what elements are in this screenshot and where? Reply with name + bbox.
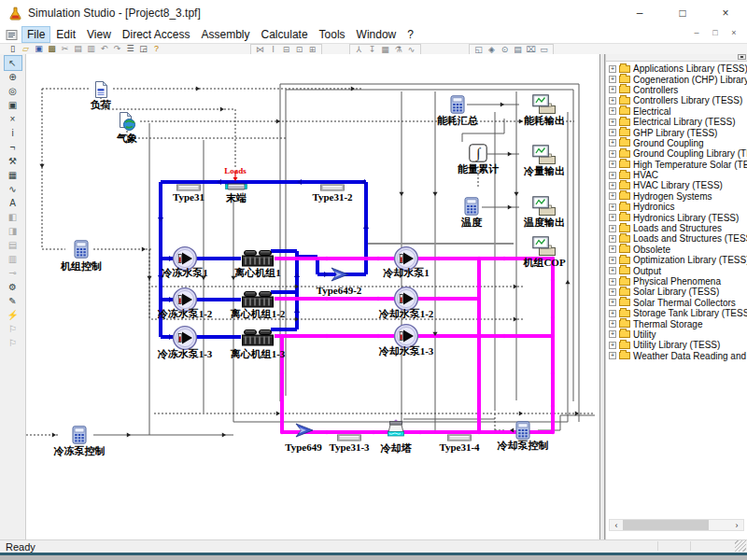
tree-item-26[interactable]: +Utility Library (TESS): [609, 340, 747, 350]
window-right-tool[interactable]: ◨: [5, 224, 21, 238]
expand-icon[interactable]: +: [609, 192, 616, 200]
tree-item-8[interactable]: +Ground Coupling Library (TESS): [609, 148, 747, 159]
expand-icon[interactable]: +: [609, 86, 616, 93]
expand-icon[interactable]: +: [609, 310, 616, 317]
settings-tool[interactable]: ⚙: [5, 280, 21, 294]
tree-item-6[interactable]: +GHP Library (TESS): [609, 127, 747, 137]
tree-item-16[interactable]: +Loads and Structures (TESS): [609, 233, 747, 244]
scrollbar-thumb[interactable]: [623, 520, 709, 530]
expand-icon[interactable]: +: [609, 119, 616, 126]
tree-item-23[interactable]: +Storage Tank Library (TESS): [609, 308, 747, 318]
print-preview-icon[interactable]: ◲: [137, 44, 149, 54]
tree-item-3[interactable]: +Controllers Library (TESS): [609, 95, 747, 105]
paste-icon[interactable]: ▥: [85, 44, 97, 54]
tree-item-7[interactable]: +Ground Coupling: [609, 138, 747, 148]
layer2-tool[interactable]: ▥: [5, 252, 21, 266]
redo-icon[interactable]: ↷: [111, 44, 123, 54]
expand-icon[interactable]: +: [609, 139, 616, 147]
pan-tool[interactable]: ⊕: [5, 70, 21, 84]
expand-icon[interactable]: +: [609, 182, 616, 189]
new-icon[interactable]: ▯: [7, 44, 19, 54]
plug-tool[interactable]: ⊸: [5, 266, 21, 280]
menu-item-window[interactable]: Window: [352, 27, 402, 42]
print-icon[interactable]: ☰: [124, 44, 136, 54]
expand-icon[interactable]: +: [609, 320, 616, 328]
zoom-tool[interactable]: ◎: [5, 84, 21, 98]
copy-icon[interactable]: ▤: [72, 44, 84, 54]
cut-icon[interactable]: ✂: [59, 44, 71, 54]
snapshot-tool[interactable]: ▣: [5, 98, 21, 112]
tree-item-9[interactable]: +High Temperature Solar (TESS): [609, 160, 747, 170]
expand-icon[interactable]: +: [609, 278, 616, 286]
tree-item-4[interactable]: +Electrical: [609, 106, 747, 117]
resize-grip[interactable]: [735, 540, 746, 552]
close-button[interactable]: ×: [704, 0, 747, 26]
menu-item-help[interactable]: ?: [402, 27, 418, 42]
tree-item-15[interactable]: +Loads and Structures: [609, 223, 747, 233]
tree-item-5[interactable]: +Electrical Library (TESS): [609, 117, 747, 127]
expand-icon[interactable]: +: [609, 225, 616, 232]
menu-item-direct-access[interactable]: Direct Access: [118, 27, 195, 42]
expand-icon[interactable]: +: [609, 288, 616, 296]
tree-item-22[interactable]: +Solar Thermal Collectors: [609, 298, 747, 308]
maximize-button[interactable]: □: [661, 0, 704, 26]
menu-item-tools[interactable]: Tools: [315, 27, 350, 42]
tree-item-20[interactable]: +Physical Phenomena: [609, 276, 747, 287]
wrench-tool[interactable]: ⚒: [5, 154, 21, 168]
undo-icon[interactable]: ↶: [98, 44, 110, 54]
minimize-button[interactable]: –: [618, 0, 661, 26]
expand-icon[interactable]: +: [609, 299, 616, 306]
expand-icon[interactable]: +: [609, 150, 616, 158]
expand-icon[interactable]: +: [609, 342, 616, 349]
expand-icon[interactable]: +: [609, 245, 616, 253]
info-tool[interactable]: i: [5, 126, 21, 140]
scrollbar-track[interactable]: [623, 520, 730, 530]
flag2-tool[interactable]: ⚐: [5, 336, 21, 350]
expand-icon[interactable]: +: [609, 65, 616, 73]
signal-tool[interactable]: ∿: [5, 182, 21, 196]
window-left-tool[interactable]: ◧: [5, 210, 21, 224]
expand-icon[interactable]: +: [609, 172, 616, 179]
tree-item-2[interactable]: +Controllers: [609, 85, 747, 95]
expand-icon[interactable]: +: [609, 352, 616, 359]
tree-item-10[interactable]: +HVAC: [609, 170, 747, 180]
tree-item-0[interactable]: +Applications Library (TESS): [609, 63, 747, 74]
expand-icon[interactable]: +: [609, 203, 616, 211]
tree-item-17[interactable]: +Obsolete: [609, 245, 747, 255]
flag-tool[interactable]: ⚐: [5, 322, 21, 336]
expand-icon[interactable]: +: [609, 214, 616, 221]
run-tool[interactable]: ⚡: [5, 308, 21, 322]
tree-item-13[interactable]: +Hydronics: [609, 202, 747, 212]
expand-icon[interactable]: +: [609, 257, 616, 264]
mdi-restore-button[interactable]: □: [710, 28, 721, 37]
tree-item-14[interactable]: +Hydronics Library (TESS): [609, 212, 747, 222]
tree-item-19[interactable]: +Output: [609, 265, 747, 275]
text-tool[interactable]: A: [5, 196, 21, 210]
expand-icon[interactable]: +: [609, 161, 616, 168]
tree-item-1[interactable]: +Cogeneration (CHP) Library (TESS): [609, 74, 747, 84]
tree-item-24[interactable]: +Thermal Storage: [609, 318, 747, 329]
pen-tool[interactable]: ✎: [5, 294, 21, 308]
open-icon[interactable]: ▱: [20, 44, 32, 54]
component-type649[interactable]: [293, 423, 314, 441]
component-tower[interactable]: [386, 419, 406, 441]
tree-item-12[interactable]: +Hydrogen Systems: [609, 191, 747, 202]
expand-icon[interactable]: +: [609, 76, 616, 83]
scroll-left-button[interactable]: ‹: [610, 520, 623, 530]
save-all-icon[interactable]: ▩: [46, 44, 58, 54]
duplicate-tool[interactable]: ▦: [5, 168, 21, 182]
expand-icon[interactable]: +: [609, 330, 616, 338]
tree-item-11[interactable]: +HVAC Library (TESS): [609, 180, 747, 190]
tree-item-21[interactable]: +Solar Library (TESS): [609, 287, 747, 297]
mdi-close-button[interactable]: ×: [728, 28, 740, 37]
expand-icon[interactable]: +: [609, 107, 616, 115]
tree-item-18[interactable]: +Optimization Library (TESS): [609, 255, 747, 265]
component-type649-2[interactable]: [329, 267, 349, 286]
expand-icon[interactable]: +: [609, 267, 616, 274]
link-tool[interactable]: ¬: [5, 140, 21, 154]
panel-scroll-button[interactable]: [738, 54, 746, 60]
save-icon[interactable]: ▣: [33, 44, 45, 54]
menu-item-edit[interactable]: Edit: [51, 27, 80, 42]
scroll-right-button[interactable]: ›: [730, 520, 743, 530]
help-icon[interactable]: ?: [150, 44, 162, 54]
